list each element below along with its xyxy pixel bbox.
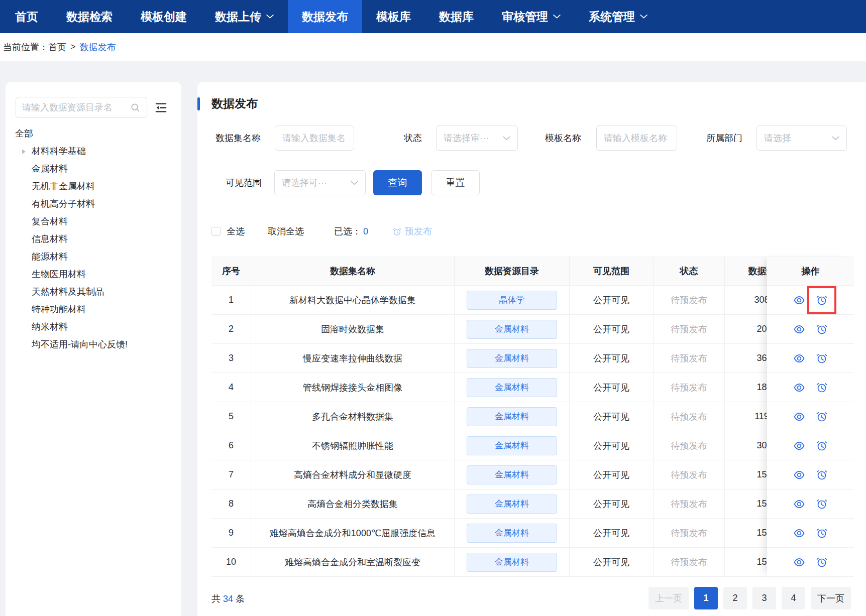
schedule-publish-icon[interactable] [816, 294, 828, 306]
operation-cell [767, 489, 854, 519]
cell-visibility: 公开可见 [570, 373, 654, 402]
view-icon[interactable] [793, 440, 805, 452]
sidebar-tree-item[interactable]: 天然材料及其制品 [6, 283, 181, 301]
nav-item[interactable]: 系统管理 [575, 0, 662, 33]
nav-item-label: 模板库 [376, 9, 411, 25]
sidebar-tree-item[interactable]: 复合材料 [6, 213, 181, 230]
schedule-publish-icon[interactable] [816, 440, 828, 452]
nav-item[interactable]: 模板创建 [127, 0, 201, 33]
select-all-label[interactable]: 全选 [227, 225, 245, 237]
sidebar-tree-item[interactable]: 生物医用材料 [6, 266, 181, 283]
cell-index: 8 [211, 489, 251, 518]
cell-visibility: 公开可见 [570, 519, 654, 547]
schedule-publish-icon[interactable] [816, 527, 828, 539]
sidebar-tree-item[interactable]: 能源材料 [6, 248, 181, 266]
cell-visibility: 公开可见 [570, 489, 654, 518]
catalog-tree: 全部 材料科学基础 金属材料 无机非金属材料 有机高分子材料 复合材料 信息材料… [6, 125, 181, 353]
status-select[interactable]: 请选择审··· [436, 126, 518, 151]
schedule-publish-icon[interactable] [816, 382, 828, 394]
breadcrumb-home[interactable]: 首页 [48, 41, 66, 53]
deselect-all-button[interactable]: 取消全选 [268, 225, 304, 237]
sidebar-tree-item[interactable]: 特种功能材料 [6, 301, 181, 318]
catalog-tag[interactable]: 金属材料 [467, 436, 557, 455]
page-button-1[interactable]: 1 [694, 587, 718, 609]
catalog-tag[interactable]: 金属材料 [467, 349, 557, 368]
alarm-clock-icon [392, 227, 402, 236]
sidebar-tree-item[interactable]: 有机高分子材料 [6, 195, 181, 213]
cell-catalog: 金属材料 [455, 519, 570, 547]
sidebar-tree-item[interactable]: 金属材料 [6, 160, 181, 178]
table-row: 4 管线钢焊接接头金相图像 金属材料 公开可见 待预发布 18 [211, 373, 767, 402]
reset-button[interactable]: 重置 [431, 170, 480, 195]
schedule-publish-icon[interactable] [816, 323, 828, 335]
table-header-row: 序号 数据集名称 数据资源目录 可见范围 状态 数据量 [211, 257, 767, 286]
prev-page-button[interactable]: 上一页 [648, 587, 689, 609]
col-header-catalog: 数据资源目录 [455, 257, 570, 285]
next-page-button[interactable]: 下一页 [811, 587, 851, 609]
schedule-publish-icon[interactable] [816, 556, 828, 568]
sidebar-tree-item-label: 材料科学基础 [32, 146, 86, 156]
sidebar-tree-item[interactable]: 无机非金属材料 [6, 178, 181, 195]
nav-item[interactable]: 审核管理 [488, 0, 575, 33]
dataset-name-input[interactable] [275, 126, 354, 151]
view-icon[interactable] [793, 411, 805, 423]
col-header-operation: 操作 [767, 257, 854, 286]
collapse-sidebar-icon[interactable] [154, 101, 168, 114]
search-icon[interactable] [130, 102, 141, 113]
sidebar-tree-item[interactable]: 材料科学基础 [6, 143, 181, 160]
table-scroll-area[interactable]: 序号 数据集名称 数据资源目录 可见范围 状态 数据量 1 新材料大数据中心晶体… [211, 257, 767, 577]
sidebar-tree-item-label: 全部 [15, 129, 33, 139]
nav-item[interactable]: 首页 [1, 0, 52, 33]
prepublish-button[interactable]: 预发布 [392, 225, 432, 237]
nav-item[interactable]: 数据上传 [201, 0, 288, 33]
catalog-tag[interactable]: 金属材料 [467, 553, 557, 572]
cell-status: 待预发布 [654, 286, 725, 314]
cell-index: 3 [211, 344, 251, 373]
col-header-index: 序号 [211, 257, 251, 285]
view-icon[interactable] [793, 323, 805, 335]
nav-item[interactable]: 数据发布 [288, 0, 362, 33]
nav-item[interactable]: 数据库 [425, 0, 488, 33]
view-icon[interactable] [793, 352, 805, 364]
view-icon[interactable] [793, 556, 805, 568]
query-button[interactable]: 查询 [373, 170, 422, 195]
department-select[interactable]: 请选择 [756, 126, 847, 151]
nav-item[interactable]: 数据检索 [52, 0, 127, 33]
breadcrumb-current[interactable]: 数据发布 [80, 41, 116, 53]
catalog-tag[interactable]: 金属材料 [467, 465, 557, 484]
schedule-publish-icon[interactable] [816, 469, 828, 481]
view-icon[interactable] [793, 382, 805, 394]
sidebar-tree-item[interactable]: 均不适用-请向中心反馈! [6, 336, 181, 353]
sidebar-tree-item-label: 金属材料 [32, 164, 68, 174]
nav-item[interactable]: 模板库 [362, 0, 425, 33]
catalog-tag[interactable]: 晶体学 [467, 291, 557, 310]
view-icon[interactable] [793, 469, 805, 481]
sidebar-tree-item[interactable]: 信息材料 [6, 230, 181, 248]
schedule-publish-icon[interactable] [816, 411, 828, 423]
nav-item-label: 数据上传 [215, 9, 261, 25]
catalog-tag[interactable]: 金属材料 [467, 378, 557, 397]
view-icon[interactable] [793, 294, 805, 306]
caret-right-icon[interactable] [21, 149, 27, 154]
view-icon[interactable] [793, 527, 805, 539]
catalog-search-input[interactable] [22, 102, 130, 113]
catalog-tag[interactable]: 金属材料 [467, 407, 557, 426]
page-button-3[interactable]: 3 [752, 587, 776, 609]
cell-index: 2 [211, 315, 251, 343]
schedule-publish-icon[interactable] [816, 498, 828, 510]
select-all-checkbox[interactable] [211, 227, 221, 236]
catalog-tag[interactable]: 金属材料 [467, 320, 557, 339]
catalog-tag[interactable]: 金属材料 [467, 495, 557, 514]
sidebar-tree-item-label: 复合材料 [32, 216, 68, 226]
chevron-down-icon [266, 14, 274, 19]
visibility-select[interactable]: 请选择可··· [274, 170, 366, 195]
page-button-2[interactable]: 2 [723, 587, 747, 609]
cell-dataset-name: 高熵合金材料成分和显微硬度 [251, 460, 455, 489]
view-icon[interactable] [793, 498, 805, 510]
page-button-4[interactable]: 4 [782, 587, 805, 609]
catalog-tag[interactable]: 金属材料 [467, 524, 557, 543]
schedule-publish-icon[interactable] [816, 352, 828, 364]
sidebar-tree-item[interactable]: 全部 [6, 125, 181, 143]
sidebar-tree-item[interactable]: 纳米材料 [6, 318, 181, 336]
template-name-input[interactable] [596, 126, 677, 151]
